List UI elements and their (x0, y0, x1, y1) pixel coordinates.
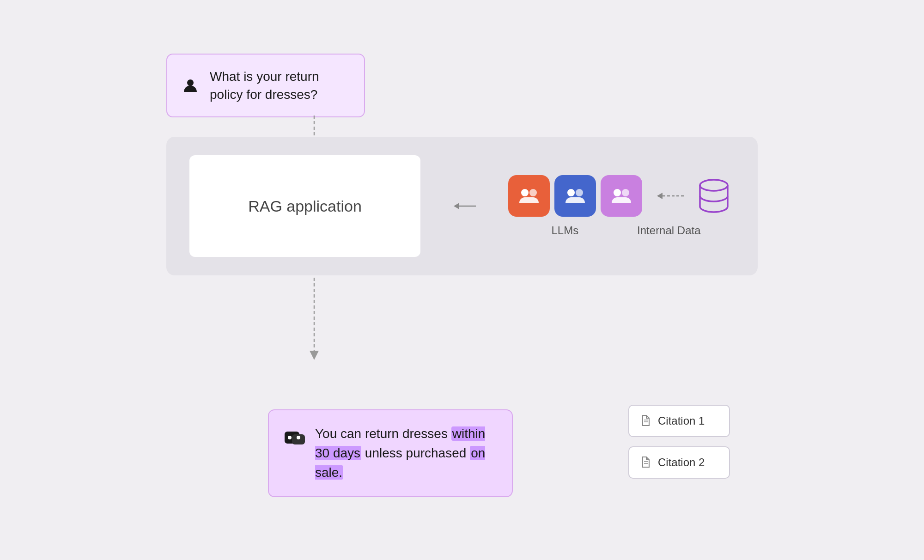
response-text: You can return dresses within 30 days un… (315, 424, 498, 482)
llms-label: LLMs (551, 224, 578, 237)
rag-container: RAG application (166, 137, 758, 275)
llm-icon-orange (508, 175, 550, 217)
citation-icon-2 (639, 456, 651, 469)
llm-icons (508, 175, 642, 217)
highlight-1: within 30 days (315, 426, 485, 460)
question-text: What is your return policy for dresses? (210, 67, 351, 103)
svg-marker-12 (657, 193, 663, 199)
response-box: You can return dresses within 30 days un… (268, 409, 513, 497)
internal-data-label: Internal Data (637, 224, 700, 237)
llm-icons-row (508, 175, 735, 217)
svg-point-6 (529, 189, 537, 196)
user-icon (180, 75, 201, 96)
citation-2-label: Citation 2 (658, 456, 705, 469)
citation-box-2: Citation 2 (628, 446, 730, 479)
arrow-rag-to-response (296, 278, 333, 370)
llm-icon-purple (601, 175, 642, 217)
svg-point-0 (187, 79, 194, 86)
svg-point-8 (576, 189, 583, 196)
rag-bottom-labels: LLMs Internal Data (508, 224, 735, 237)
citation-box-1: Citation 1 (628, 405, 730, 437)
rag-app-label: RAG application (248, 197, 362, 215)
svg-point-9 (614, 189, 621, 196)
svg-marker-15 (310, 351, 319, 360)
svg-marker-4 (454, 203, 459, 209)
bot-icon (283, 424, 306, 447)
citation-1-label: Citation 1 (658, 414, 705, 427)
database-icon (693, 175, 735, 217)
svg-point-7 (567, 189, 575, 196)
llm-icon-blue (554, 175, 596, 217)
rag-right-section: LLMs Internal Data (508, 175, 735, 237)
svg-point-19 (297, 436, 300, 439)
svg-point-18 (288, 436, 292, 439)
svg-point-13 (700, 180, 728, 191)
question-box: What is your return policy for dresses? (166, 54, 365, 117)
arrow-rag-to-llms (453, 199, 476, 213)
rag-app-box: RAG application (189, 155, 420, 257)
svg-point-10 (622, 189, 629, 196)
svg-point-5 (521, 189, 529, 196)
arrow-data-to-llms (651, 189, 684, 203)
citation-icon-1 (639, 414, 651, 428)
